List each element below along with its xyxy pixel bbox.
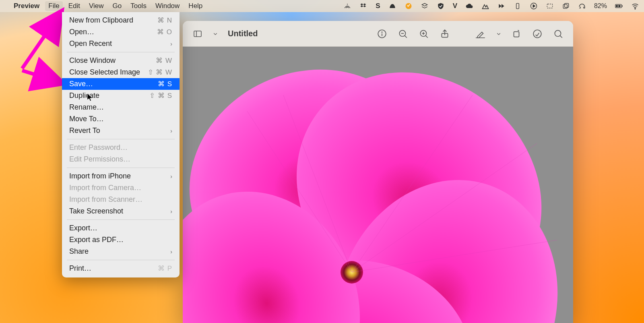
wifi-icon[interactable]: [631, 2, 639, 10]
chevron-down-icon[interactable]: [212, 27, 219, 41]
highlight-icon[interactable]: [530, 27, 544, 41]
menu-item-move-to[interactable]: Move To…: [62, 113, 180, 125]
menu-item-label: Close Selected Image: [69, 68, 140, 77]
menu-separator: [67, 52, 175, 52]
menu-item-share[interactable]: Share›: [62, 246, 180, 257]
file-menu-dropdown: New from Clipboard⌘ NOpen…⌘ OOpen Recent…: [62, 12, 180, 277]
menu-item-shortcut: ⌘ P: [158, 264, 172, 273]
device-icon[interactable]: [514, 2, 522, 10]
menu-item-shortcut: ⌘ W: [156, 56, 172, 65]
menu-item-label: Print…: [69, 264, 91, 273]
mouse-cursor: [87, 93, 94, 102]
menu-item-shortcut: ⌘ N: [157, 16, 172, 25]
info-icon[interactable]: [375, 27, 389, 41]
menu-item-new-from-clipboard[interactable]: New from Clipboard⌘ N: [62, 14, 180, 26]
menu-item-edit-permissions: Edit Permissions…: [62, 153, 180, 165]
sidebar-icon[interactable]: [191, 27, 204, 41]
menu-item-label: Close Window: [69, 56, 116, 65]
menu-item-label: Export as PDF…: [69, 236, 124, 244]
svg-rect-1: [516, 3, 519, 8]
menu-tools[interactable]: Tools: [130, 2, 147, 10]
menu-item-export[interactable]: Export…: [62, 222, 180, 234]
svg-line-29: [560, 35, 562, 37]
svg-point-16: [382, 32, 382, 32]
svg-rect-3: [547, 4, 552, 8]
menu-edit[interactable]: Edit: [68, 2, 80, 10]
menu-item-label: Move To…: [69, 115, 104, 123]
rotate-icon[interactable]: [510, 27, 523, 41]
menu-item-label: Duplicate: [69, 91, 99, 100]
menu-item-label: Open Recent: [69, 39, 112, 48]
markup-icon[interactable]: [474, 27, 488, 41]
menu-item-label: Open…: [69, 28, 94, 36]
fast-forward-icon[interactable]: [497, 2, 506, 10]
menu-item-label: Import from Scanner…: [69, 195, 142, 204]
v-icon[interactable]: V: [453, 2, 457, 10]
menu-separator: [67, 139, 175, 139]
dropbox-icon[interactable]: [359, 2, 367, 10]
svg-line-21: [425, 35, 427, 37]
window-title: Untitled: [228, 29, 258, 38]
menu-view[interactable]: View: [89, 2, 104, 10]
play-circle-icon[interactable]: [530, 2, 538, 10]
windows-icon[interactable]: [562, 2, 570, 10]
image-canvas[interactable]: [183, 47, 573, 323]
battery-percentage: 82%: [594, 2, 607, 10]
menu-item-open-recent[interactable]: Open Recent›: [62, 38, 180, 50]
svg-point-28: [555, 30, 561, 36]
menu-separator: [67, 260, 175, 260]
orange-circle-icon[interactable]: [405, 2, 413, 10]
menu-item-enter-password: Enter Password…: [62, 142, 180, 153]
menu-separator: [67, 219, 175, 220]
headphones-icon[interactable]: [578, 2, 586, 10]
menu-item-revert-to[interactable]: Revert To›: [62, 125, 180, 137]
chevron-right-icon: ›: [170, 208, 172, 215]
search-icon[interactable]: [551, 27, 565, 41]
zoom-out-icon[interactable]: [396, 27, 410, 41]
menu-item-open[interactable]: Open…⌘ O: [62, 26, 180, 38]
svg-rect-4: [563, 4, 567, 8]
menu-item-label: Edit Permissions…: [69, 155, 130, 164]
shield-check-icon[interactable]: [437, 2, 445, 10]
airdrop-icon[interactable]: [343, 2, 351, 10]
menu-item-label: Enter Password…: [69, 143, 128, 152]
zoom-in-icon[interactable]: [417, 27, 431, 41]
menu-item-label: Import from iPhone: [69, 172, 131, 180]
menu-item-close-selected-image[interactable]: Close Selected Image⇧ ⌘ W: [62, 66, 180, 78]
menu-item-export-as-pdf[interactable]: Export as PDF…: [62, 234, 180, 246]
chevron-right-icon: ›: [170, 128, 172, 134]
menu-go[interactable]: Go: [113, 2, 122, 10]
svg-rect-12: [194, 31, 201, 37]
chevron-right-icon: ›: [170, 41, 172, 47]
menu-item-shortcut: ⇧ ⌘ W: [148, 68, 173, 77]
hat-icon[interactable]: [388, 2, 396, 10]
stack-icon[interactable]: [421, 2, 429, 10]
menu-item-label: Revert To: [69, 126, 100, 135]
app-menu[interactable]: Preview: [14, 2, 39, 10]
display-icon[interactable]: [546, 2, 554, 10]
menu-item-rename[interactable]: Rename…: [62, 101, 180, 113]
menu-window[interactable]: Window: [155, 2, 180, 10]
share-icon[interactable]: [438, 27, 452, 41]
battery-icon[interactable]: [615, 2, 623, 10]
menu-item-take-screenshot[interactable]: Take Screenshot›: [62, 205, 180, 217]
menu-item-save[interactable]: Save…⌘ S: [62, 78, 180, 90]
strikethrough-icon[interactable]: S: [376, 2, 380, 10]
menu-item-import-from-camera: Import from Camera…: [62, 182, 180, 194]
cloud-icon[interactable]: [465, 2, 473, 10]
menu-item-import-from-iphone[interactable]: Import from iPhone›: [62, 170, 180, 182]
svg-rect-7: [622, 5, 622, 7]
menu-item-duplicate[interactable]: Duplicate⇧ ⌘ S: [62, 90, 180, 101]
menu-item-close-window[interactable]: Close Window⌘ W: [62, 55, 180, 66]
menu-item-shortcut: ⌘ S: [158, 80, 172, 88]
menu-file[interactable]: File: [45, 1, 62, 11]
menu-item-print[interactable]: Print…⌘ P: [62, 263, 180, 274]
menu-item-shortcut: ⌘ O: [157, 28, 172, 36]
menu-help[interactable]: Help: [188, 2, 202, 10]
chevron-right-icon: ›: [170, 248, 172, 255]
menu-separator: [67, 168, 175, 168]
menubar: Preview File Edit View Go Tools Window H…: [0, 0, 644, 12]
svg-point-27: [533, 30, 541, 38]
mountain-icon[interactable]: [481, 2, 489, 10]
chevron-down-icon[interactable]: [495, 27, 502, 41]
